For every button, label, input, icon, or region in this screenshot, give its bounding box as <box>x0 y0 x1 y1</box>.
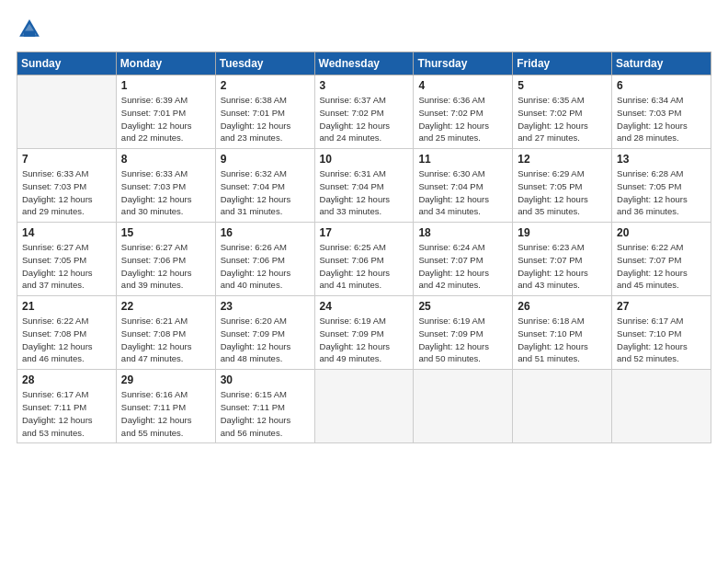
day-number: 8 <box>121 153 210 166</box>
day-number: 9 <box>221 153 310 166</box>
calendar-cell: 28Sunrise: 6:17 AM Sunset: 7:11 PM Dayli… <box>17 370 117 443</box>
day-number: 23 <box>221 300 310 313</box>
day-info: Sunrise: 6:34 AM Sunset: 7:03 PM Dayligh… <box>617 94 706 144</box>
calendar-week-row: 14Sunrise: 6:27 AM Sunset: 7:05 PM Dayli… <box>17 223 711 296</box>
calendar-cell: 7Sunrise: 6:33 AM Sunset: 7:03 PM Daylig… <box>17 149 117 223</box>
calendar-cell: 6Sunrise: 6:34 AM Sunset: 7:03 PM Daylig… <box>612 75 711 149</box>
day-info: Sunrise: 6:22 AM Sunset: 7:07 PM Dayligh… <box>617 241 706 292</box>
day-number: 10 <box>320 153 409 166</box>
day-number: 27 <box>617 300 706 313</box>
calendar-cell: 3Sunrise: 6:37 AM Sunset: 7:02 PM Daylig… <box>314 75 414 149</box>
calendar-cell: 16Sunrise: 6:26 AM Sunset: 7:06 PM Dayli… <box>215 223 314 296</box>
day-number: 24 <box>320 300 409 313</box>
weekday-header: Tuesday <box>215 52 314 75</box>
weekday-header: Monday <box>116 52 215 75</box>
calendar-cell: 24Sunrise: 6:19 AM Sunset: 7:09 PM Dayli… <box>314 296 414 370</box>
calendar-body: 1Sunrise: 6:39 AM Sunset: 7:01 PM Daylig… <box>17 75 711 443</box>
calendar-cell: 15Sunrise: 6:27 AM Sunset: 7:06 PM Dayli… <box>116 223 215 296</box>
weekday-header: Thursday <box>414 52 513 75</box>
day-number: 6 <box>617 79 706 92</box>
calendar-week-row: 28Sunrise: 6:17 AM Sunset: 7:11 PM Dayli… <box>17 370 711 443</box>
calendar-cell <box>314 370 414 443</box>
day-number: 1 <box>121 79 210 92</box>
day-info: Sunrise: 6:16 AM Sunset: 7:11 PM Dayligh… <box>121 388 210 439</box>
day-info: Sunrise: 6:28 AM Sunset: 7:05 PM Dayligh… <box>617 167 706 218</box>
day-number: 25 <box>418 300 507 313</box>
calendar-header-row: SundayMondayTuesdayWednesdayThursdayFrid… <box>17 52 711 75</box>
page: SundayMondayTuesdayWednesdayThursdayFrid… <box>0 0 728 453</box>
day-info: Sunrise: 6:24 AM Sunset: 7:07 PM Dayligh… <box>418 241 507 292</box>
day-number: 29 <box>121 373 210 386</box>
calendar-cell: 11Sunrise: 6:30 AM Sunset: 7:04 PM Dayli… <box>414 149 513 223</box>
day-number: 3 <box>320 79 409 92</box>
weekday-header: Sunday <box>17 52 117 75</box>
logo-icon <box>17 17 42 42</box>
calendar-cell <box>612 370 711 443</box>
calendar-cell: 25Sunrise: 6:19 AM Sunset: 7:09 PM Dayli… <box>414 296 513 370</box>
day-info: Sunrise: 6:27 AM Sunset: 7:05 PM Dayligh… <box>22 241 111 292</box>
weekday-header: Wednesday <box>314 52 414 75</box>
calendar-cell: 18Sunrise: 6:24 AM Sunset: 7:07 PM Dayli… <box>414 223 513 296</box>
day-number: 18 <box>418 226 507 239</box>
calendar-cell: 14Sunrise: 6:27 AM Sunset: 7:05 PM Dayli… <box>17 223 117 296</box>
calendar-cell: 2Sunrise: 6:38 AM Sunset: 7:01 PM Daylig… <box>215 75 314 149</box>
day-number: 13 <box>617 153 706 166</box>
day-info: Sunrise: 6:31 AM Sunset: 7:04 PM Dayligh… <box>320 167 409 218</box>
calendar-cell: 26Sunrise: 6:18 AM Sunset: 7:10 PM Dayli… <box>513 296 612 370</box>
calendar-week-row: 21Sunrise: 6:22 AM Sunset: 7:08 PM Dayli… <box>17 296 711 370</box>
weekday-header: Friday <box>513 52 612 75</box>
calendar-cell: 5Sunrise: 6:35 AM Sunset: 7:02 PM Daylig… <box>513 75 612 149</box>
day-number: 4 <box>418 79 507 92</box>
day-info: Sunrise: 6:22 AM Sunset: 7:08 PM Dayligh… <box>22 315 111 365</box>
calendar-cell: 4Sunrise: 6:36 AM Sunset: 7:02 PM Daylig… <box>414 75 513 149</box>
calendar-week-row: 7Sunrise: 6:33 AM Sunset: 7:03 PM Daylig… <box>17 149 711 223</box>
weekday-header: Saturday <box>612 52 711 75</box>
day-number: 26 <box>518 300 607 313</box>
day-info: Sunrise: 6:17 AM Sunset: 7:11 PM Dayligh… <box>22 388 111 439</box>
calendar-cell: 19Sunrise: 6:23 AM Sunset: 7:07 PM Dayli… <box>513 223 612 296</box>
calendar-cell <box>17 75 117 149</box>
day-number: 16 <box>221 226 310 239</box>
day-info: Sunrise: 6:19 AM Sunset: 7:09 PM Dayligh… <box>418 315 507 365</box>
day-info: Sunrise: 6:39 AM Sunset: 7:01 PM Dayligh… <box>121 94 210 144</box>
day-number: 30 <box>221 373 310 386</box>
day-number: 14 <box>22 226 111 239</box>
day-info: Sunrise: 6:33 AM Sunset: 7:03 PM Dayligh… <box>121 167 210 218</box>
day-number: 20 <box>617 226 706 239</box>
day-info: Sunrise: 6:35 AM Sunset: 7:02 PM Dayligh… <box>518 94 607 144</box>
calendar-cell: 21Sunrise: 6:22 AM Sunset: 7:08 PM Dayli… <box>17 296 117 370</box>
day-number: 11 <box>418 153 507 166</box>
calendar-week-row: 1Sunrise: 6:39 AM Sunset: 7:01 PM Daylig… <box>17 75 711 149</box>
day-info: Sunrise: 6:17 AM Sunset: 7:10 PM Dayligh… <box>617 315 706 365</box>
day-number: 19 <box>518 226 607 239</box>
day-info: Sunrise: 6:36 AM Sunset: 7:02 PM Dayligh… <box>418 94 507 144</box>
day-number: 21 <box>22 300 111 313</box>
calendar-cell: 1Sunrise: 6:39 AM Sunset: 7:01 PM Daylig… <box>116 75 215 149</box>
day-number: 12 <box>518 153 607 166</box>
calendar-cell: 13Sunrise: 6:28 AM Sunset: 7:05 PM Dayli… <box>612 149 711 223</box>
calendar-cell: 12Sunrise: 6:29 AM Sunset: 7:05 PM Dayli… <box>513 149 612 223</box>
day-number: 2 <box>221 79 310 92</box>
day-number: 5 <box>518 79 607 92</box>
calendar-cell: 17Sunrise: 6:25 AM Sunset: 7:06 PM Dayli… <box>314 223 414 296</box>
day-info: Sunrise: 6:19 AM Sunset: 7:09 PM Dayligh… <box>320 315 409 365</box>
day-info: Sunrise: 6:33 AM Sunset: 7:03 PM Dayligh… <box>22 167 111 218</box>
calendar-cell: 29Sunrise: 6:16 AM Sunset: 7:11 PM Dayli… <box>116 370 215 443</box>
day-info: Sunrise: 6:21 AM Sunset: 7:08 PM Dayligh… <box>121 315 210 365</box>
day-number: 15 <box>121 226 210 239</box>
svg-rect-2 <box>24 31 35 37</box>
day-info: Sunrise: 6:29 AM Sunset: 7:05 PM Dayligh… <box>518 167 607 218</box>
calendar-cell: 22Sunrise: 6:21 AM Sunset: 7:08 PM Dayli… <box>116 296 215 370</box>
day-info: Sunrise: 6:20 AM Sunset: 7:09 PM Dayligh… <box>221 315 310 365</box>
day-info: Sunrise: 6:23 AM Sunset: 7:07 PM Dayligh… <box>518 241 607 292</box>
day-info: Sunrise: 6:32 AM Sunset: 7:04 PM Dayligh… <box>221 167 310 218</box>
day-number: 17 <box>320 226 409 239</box>
calendar-cell: 20Sunrise: 6:22 AM Sunset: 7:07 PM Dayli… <box>612 223 711 296</box>
calendar-cell <box>414 370 513 443</box>
calendar-cell: 23Sunrise: 6:20 AM Sunset: 7:09 PM Dayli… <box>215 296 314 370</box>
header <box>17 17 711 42</box>
calendar-cell: 8Sunrise: 6:33 AM Sunset: 7:03 PM Daylig… <box>116 149 215 223</box>
calendar-cell: 30Sunrise: 6:15 AM Sunset: 7:11 PM Dayli… <box>215 370 314 443</box>
day-info: Sunrise: 6:38 AM Sunset: 7:01 PM Dayligh… <box>221 94 310 144</box>
calendar-cell: 10Sunrise: 6:31 AM Sunset: 7:04 PM Dayli… <box>314 149 414 223</box>
